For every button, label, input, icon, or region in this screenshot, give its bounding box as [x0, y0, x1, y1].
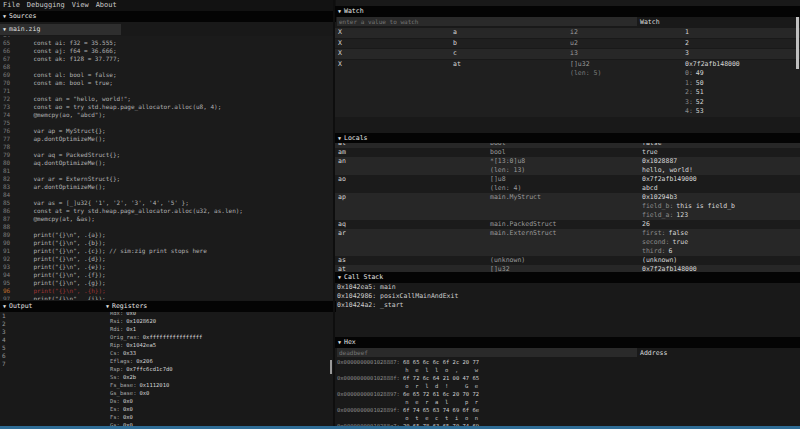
locals-row[interactable]: ap main.MyStruct 0x10294b3field_b:this i… [335, 193, 800, 220]
line-number[interactable]: 97 [0, 295, 19, 300]
sources-panel-header[interactable]: ▼Sources [0, 11, 336, 22]
line-number[interactable]: 71 [0, 87, 19, 95]
code-line[interactable]: 86 const at = try std.heap.page_allocato… [0, 207, 333, 215]
code-line[interactable]: 67 const ak: f128 = 37.777; [0, 55, 333, 63]
code-line[interactable]: 81 [0, 167, 333, 175]
line-number[interactable]: 83 [0, 183, 19, 191]
callstack-frame[interactable]: 0x10424a2: _start [337, 301, 800, 310]
line-number[interactable]: 65 [0, 39, 19, 47]
code-line[interactable]: 74 @memcpy(ao, "abcd"); [0, 111, 333, 119]
line-number[interactable]: 68 [0, 63, 19, 71]
output-panel-header[interactable]: ▼Output [0, 301, 106, 312]
watch-input[interactable] [337, 17, 637, 26]
line-number[interactable]: 67 [0, 55, 19, 63]
line-number[interactable]: 72 [0, 95, 19, 103]
watch-delete-button[interactable]: X [338, 39, 342, 49]
callstack-frame[interactable]: 0x1042986: posixCallMainAndExit [337, 292, 800, 301]
code-line[interactable]: 72 const an = "hello, world!"; [0, 95, 333, 103]
code-line[interactable]: 68 [0, 63, 333, 71]
code-line[interactable]: 73 const ao = try std.heap.page_allocato… [0, 103, 333, 111]
code-line[interactable]: 91 print("{}\n", .{c}); // sim:zig print… [0, 247, 333, 255]
line-number[interactable]: 94 [0, 271, 19, 279]
callstack-panel-header[interactable]: ▼Call Stack [335, 272, 800, 283]
callstack-frame[interactable]: 0x1042ea5: main [337, 283, 800, 292]
watch-scrollbar[interactable] [796, 17, 799, 69]
line-number[interactable]: 95 [0, 279, 19, 287]
watch-delete-button[interactable]: X [338, 28, 342, 38]
hex-address-button[interactable]: Address [640, 348, 667, 358]
line-number[interactable]: 76 [0, 127, 19, 135]
code-line[interactable]: 66 const aj: f64 = 36.666; [0, 47, 333, 55]
code-line[interactable]: 78 [0, 143, 333, 151]
menu-item[interactable]: File [3, 0, 20, 11]
watch-delete-button[interactable]: X [338, 49, 342, 59]
line-number[interactable]: 77 [0, 135, 19, 143]
menu-item[interactable]: About [96, 0, 117, 11]
line-number[interactable]: 90 [0, 239, 19, 247]
code-line[interactable]: 87 @memcpy(at, &as); [0, 215, 333, 223]
code-line[interactable]: 89 print("{}\n", .{a}); [0, 231, 333, 239]
code-line[interactable]: 88 [0, 223, 333, 231]
code-line[interactable]: 69 const al: bool = false; [0, 71, 333, 79]
line-number[interactable]: 73 [0, 103, 19, 111]
line-number[interactable]: 79 [0, 151, 19, 159]
locals-row[interactable]: an *[13:0]u8(len: 13) 0x1028887hello, wo… [335, 157, 800, 175]
code-line[interactable]: 79 var aq = PackedStruct{}; [0, 151, 333, 159]
line-number[interactable]: 70 [0, 79, 19, 87]
locals-row[interactable]: aq main.PackedStruct 26 [335, 220, 800, 229]
code-line[interactable]: 76 var ap = MyStruct{}; [0, 127, 333, 135]
hex-address-input[interactable] [337, 348, 637, 357]
register-row: Rsp:0x7ffc6cd1c7d0 [110, 365, 338, 373]
code-line[interactable]: 77 ap.dontOptimizeMe(); [0, 135, 333, 143]
code-line[interactable]: 70 const am: bool = true; [0, 79, 333, 87]
line-text: print("{}\n", .{i}); [19, 295, 106, 300]
line-number[interactable]: 89 [0, 231, 19, 239]
line-number[interactable]: 81 [0, 167, 19, 175]
registers-scrollbar[interactable] [330, 360, 332, 374]
menu-item[interactable]: Debugging [27, 0, 65, 11]
code-line[interactable]: 85 var as = [_]u32{ '1', '2', '3', '4', … [0, 199, 333, 207]
hex-panel-header[interactable]: ▼Hex [335, 337, 800, 348]
line-number[interactable]: 84 [0, 191, 19, 199]
line-number[interactable]: 80 [0, 159, 19, 167]
line-number[interactable]: 93 [0, 263, 19, 271]
line-number[interactable]: 88 [0, 223, 19, 231]
code-line[interactable]: 97 print("{}\n", .{i}); [0, 295, 333, 300]
code-line[interactable]: 94 print("{}\n", .{f}); [0, 271, 333, 279]
code-line[interactable]: 96 print("{}\n", .{h}); [0, 287, 333, 295]
locals-row[interactable]: am bool true [335, 148, 800, 157]
watch-add-button[interactable]: Watch [640, 17, 660, 27]
code-line[interactable]: 93 print("{}\n", .{e}); [0, 263, 333, 271]
locals-row[interactable]: ar main.ExternStruct first:falsesecond:t… [335, 229, 800, 256]
source-file-tab[interactable]: ▼main.zig [0, 24, 121, 35]
line-number[interactable]: 87 [0, 215, 19, 223]
code-line[interactable]: 65 const ai: f32 = 35.555; [0, 39, 333, 47]
code-line[interactable]: 71 [0, 87, 333, 95]
line-number[interactable]: 92 [0, 255, 19, 263]
menu-item[interactable]: View [72, 0, 89, 11]
code-line[interactable]: 84 [0, 191, 333, 199]
registers-panel-header[interactable]: ▼Registers [103, 301, 336, 312]
code-line[interactable]: 95 print("{}\n", .{g}); [0, 279, 333, 287]
line-number[interactable]: 85 [0, 199, 19, 207]
line-number[interactable]: 74 [0, 111, 19, 119]
code-line[interactable]: 83 ar.dontOptimizeMe(); [0, 183, 333, 191]
line-number[interactable]: 96 [0, 287, 19, 295]
line-number[interactable]: 66 [0, 47, 19, 55]
locals-row[interactable]: as (unknown) (unknown) [335, 256, 800, 265]
code-line[interactable]: 82 var ar = ExternStruct{}; [0, 175, 333, 183]
line-number[interactable]: 86 [0, 207, 19, 215]
line-number[interactable]: 78 [0, 143, 19, 151]
code-line[interactable]: 80 aq.dontOptimizeMe(); [0, 159, 333, 167]
watch-delete-button[interactable]: X [338, 60, 342, 70]
watch-panel-header[interactable]: ▼Watch [335, 6, 800, 17]
locals-row[interactable]: ao []u8(len: 4) 0x7f2afb149000abcd [335, 175, 800, 193]
code-line[interactable]: 75 [0, 119, 333, 127]
line-number[interactable]: 91 [0, 247, 19, 255]
locals-row[interactable]: at []u32 0x7f2afb148000 [335, 265, 800, 272]
code-line[interactable]: 92 print("{}\n", .{d}); [0, 255, 333, 263]
line-number[interactable]: 69 [0, 71, 19, 79]
code-line[interactable]: 90 print("{}\n", .{b}); [0, 239, 333, 247]
line-number[interactable]: 82 [0, 175, 19, 183]
line-number[interactable]: 75 [0, 119, 19, 127]
